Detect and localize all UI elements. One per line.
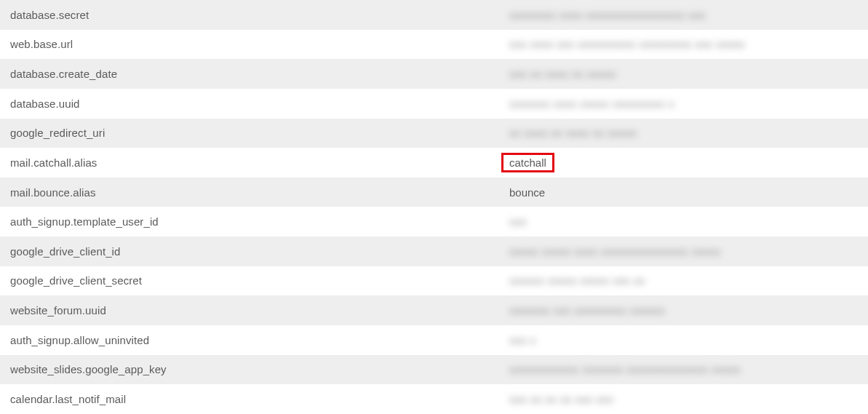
param-value-cell: xxxxxxxxxxxx xxxxxxx xxxxxxxxxxxxxx xxxx…	[509, 363, 868, 375]
param-value-cell: xxx xx xxxx xx xxxxx	[509, 68, 868, 80]
param-key: website_slides.google_app_key	[0, 363, 509, 375]
param-key: google_drive_client_id	[0, 245, 509, 258]
param-value: xxx	[509, 215, 527, 228]
table-row[interactable]: auth_signup.template_user_idxxx	[0, 207, 868, 236]
param-key: auth_signup.template_user_id	[0, 215, 509, 228]
table-row[interactable]: mail.catchall.aliascatchall	[0, 148, 868, 178]
table-row[interactable]: auth_signup.allow_uninvitedxxx x	[0, 325, 868, 355]
param-value: xxxxxx xxxxx xxxxx xxx xx	[509, 274, 645, 287]
param-key: database.secret	[0, 9, 509, 21]
param-value-cell: xxx xx xx xx xxx xxx	[509, 393, 868, 405]
param-key: website_forum.uuid	[0, 304, 509, 317]
param-value: xxxxxxx xxxx xxxxx xxxxxxxxx x	[509, 97, 674, 110]
table-row[interactable]: database.create_datexxx xx xxxx xx xxxxx	[0, 59, 868, 89]
param-key: database.uuid	[0, 97, 509, 110]
table-row[interactable]: database.uuidxxxxxxx xxxx xxxxx xxxxxxxx…	[0, 89, 868, 119]
param-value: xxx xxxx xxx xxxxxxxxxx xxxxxxxxx xxx xx…	[509, 38, 745, 50]
table-row[interactable]: google_drive_client_idxxxxx xxxxx xxxx x…	[0, 236, 868, 266]
param-value-cell: xxxxxxxx xxxx xxxxxxxxxxxxxxxxx xxx	[509, 9, 868, 21]
param-value-cell: xxx xxxx xxx xxxxxxxxxx xxxxxxxxx xxx xx…	[509, 38, 868, 50]
table-row[interactable]: web.base.urlxxx xxxx xxx xxxxxxxxxx xxxx…	[0, 30, 868, 60]
param-value-cell: xxx	[509, 215, 868, 228]
param-key: calendar.last_notif_mail	[0, 393, 509, 405]
param-key: mail.bounce.alias	[0, 186, 509, 199]
table-row[interactable]: database.secretxxxxxxxx xxxx xxxxxxxxxxx…	[0, 0, 868, 30]
param-value: xxx xx xxxx xx xxxxx	[509, 68, 616, 80]
param-value: xxx x	[509, 334, 536, 346]
param-value: xxxxxxxx xxxx xxxxxxxxxxxxxxxxx xxx	[509, 9, 706, 21]
param-value: xxxxx xxxxx xxxx xxxxxxxxxxxxxxx xxxxx	[509, 245, 721, 258]
param-value: xx xxxx xx xxxx xx xxxxx	[509, 127, 637, 139]
table-row[interactable]: google_drive_client_secretxxxxxx xxxxx x…	[0, 266, 868, 296]
param-key: web.base.url	[0, 38, 509, 50]
parameters-table: database.secretxxxxxxxx xxxx xxxxxxxxxxx…	[0, 0, 868, 414]
table-row[interactable]: website_forum.uuidxxxxxxx xxx xxxxxxxxx …	[0, 295, 868, 325]
param-value-cell: xxxxxx xxxxx xxxxx xxx xx	[509, 274, 868, 287]
param-key: google_redirect_uri	[0, 127, 509, 139]
table-row[interactable]: google_redirect_urixx xxxx xx xxxx xx xx…	[0, 119, 868, 148]
param-value: xxxxxxx xxx xxxxxxxxx xxxxxx	[509, 304, 665, 317]
param-key: auth_signup.allow_uninvited	[0, 334, 509, 346]
param-value-cell: catchall	[509, 153, 868, 172]
param-value-highlighted: catchall	[501, 153, 554, 172]
table-row[interactable]: calendar.last_notif_mailxxx xx xx xx xxx…	[0, 384, 868, 414]
param-value-cell: xxxxx xxxxx xxxx xxxxxxxxxxxxxxx xxxxx	[509, 245, 868, 258]
param-value-cell: xxx x	[509, 334, 868, 346]
table-row[interactable]: mail.bounce.aliasbounce	[0, 178, 868, 207]
param-value-cell: xx xxxx xx xxxx xx xxxxx	[509, 127, 868, 139]
param-value-cell: xxxxxxx xxx xxxxxxxxx xxxxxx	[509, 304, 868, 317]
table-row[interactable]: website_slides.google_app_keyxxxxxxxxxxx…	[0, 355, 868, 385]
param-key: google_drive_client_secret	[0, 274, 509, 287]
param-value: xxxxxxxxxxxx xxxxxxx xxxxxxxxxxxxxx xxxx…	[509, 363, 741, 375]
param-value: xxx xx xx xx xxx xxx	[509, 393, 613, 405]
param-value: bounce	[509, 186, 545, 199]
param-value-cell: xxxxxxx xxxx xxxxx xxxxxxxxx x	[509, 97, 868, 110]
param-value-cell: bounce	[509, 186, 868, 199]
param-key: database.create_date	[0, 68, 509, 80]
param-key: mail.catchall.alias	[0, 156, 509, 169]
